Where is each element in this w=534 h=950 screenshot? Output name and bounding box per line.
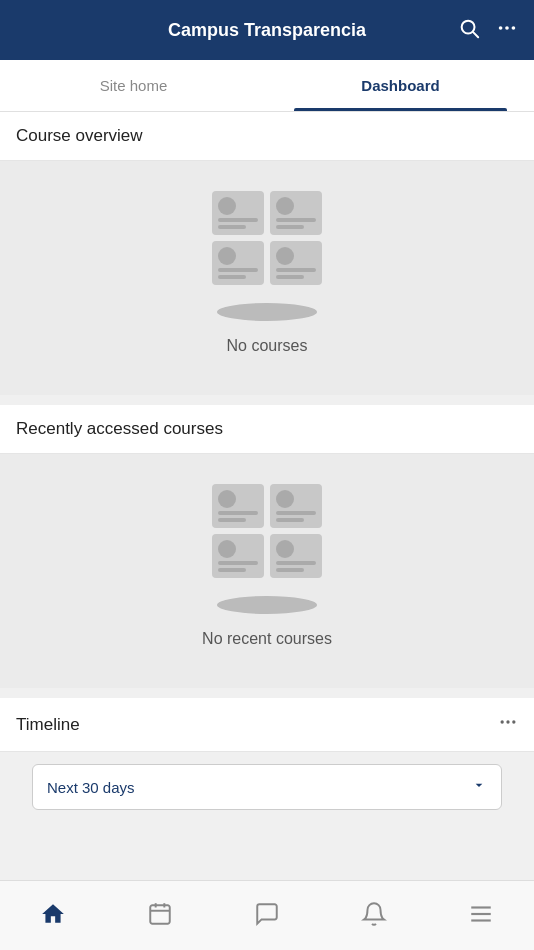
recent-course-illustration	[202, 484, 332, 614]
course-overview-empty: No courses	[0, 161, 534, 395]
mini-card-avatar	[276, 197, 294, 215]
menu-icon	[468, 901, 494, 931]
mini-card-avatar	[218, 540, 236, 558]
app-title: Campus Transparencia	[76, 20, 458, 41]
course-overview-header: Course overview	[0, 112, 534, 161]
mini-card	[212, 191, 264, 235]
mini-card	[270, 484, 322, 528]
mini-card	[270, 534, 322, 578]
recently-accessed-header: Recently accessed courses	[0, 405, 534, 454]
mini-card-avatar	[218, 197, 236, 215]
svg-point-2	[499, 26, 503, 30]
dropdown-arrow-icon	[471, 777, 487, 797]
course-illustration	[202, 191, 332, 321]
mini-card-avatar	[218, 247, 236, 265]
mini-card-line	[218, 511, 258, 515]
svg-rect-8	[150, 905, 170, 923]
search-icon[interactable]	[458, 17, 480, 44]
mini-card-avatar	[276, 490, 294, 508]
mini-card-line-short	[276, 275, 304, 279]
mini-card-line-short	[276, 568, 304, 572]
mini-card-avatar	[276, 540, 294, 558]
svg-line-1	[473, 32, 478, 37]
nav-item-calendar[interactable]	[147, 901, 173, 931]
more-options-icon[interactable]	[496, 17, 518, 44]
timeline-header: Timeline	[0, 698, 534, 752]
svg-point-3	[505, 26, 509, 30]
illustration-shadow	[217, 303, 317, 321]
mini-card-line-short	[218, 568, 246, 572]
bottom-navigation	[0, 880, 534, 950]
nav-item-messages[interactable]	[254, 901, 280, 931]
svg-point-7	[512, 720, 515, 723]
mini-card-line	[276, 268, 316, 272]
mini-card-line-short	[276, 518, 304, 522]
header-actions	[458, 17, 518, 44]
mini-card-line	[276, 218, 316, 222]
bell-icon	[361, 901, 387, 931]
svg-point-5	[501, 720, 504, 723]
mini-card-line-short	[218, 275, 246, 279]
nav-item-home[interactable]	[40, 901, 66, 931]
app-header: Campus Transparencia	[0, 0, 534, 60]
chat-icon	[254, 901, 280, 931]
tab-bar: Site home Dashboard	[0, 60, 534, 112]
calendar-icon	[147, 901, 173, 931]
svg-point-4	[512, 26, 516, 30]
mini-card-line	[276, 511, 316, 515]
tab-site-home[interactable]: Site home	[0, 60, 267, 111]
recently-accessed-empty-text: No recent courses	[202, 630, 332, 648]
mini-card-line-short	[276, 225, 304, 229]
course-overview-empty-text: No courses	[227, 337, 308, 355]
tab-dashboard[interactable]: Dashboard	[267, 60, 534, 111]
mini-card-avatar	[276, 247, 294, 265]
timeline-period-dropdown[interactable]: Next 30 days	[32, 764, 502, 810]
nav-item-menu[interactable]	[468, 901, 494, 931]
nav-item-notifications[interactable]	[361, 901, 387, 931]
mini-card-line	[276, 561, 316, 565]
timeline-section: Timeline Next 30 days	[0, 698, 534, 822]
svg-point-6	[506, 720, 509, 723]
illustration-shadow	[217, 596, 317, 614]
mini-card-line	[218, 561, 258, 565]
mini-card-line	[218, 268, 258, 272]
mini-card-line-short	[218, 225, 246, 229]
recently-accessed-empty: No recent courses	[0, 454, 534, 688]
mini-card	[270, 191, 322, 235]
mini-card	[212, 241, 264, 285]
mini-card	[212, 534, 264, 578]
mini-card-line	[218, 218, 258, 222]
mini-card	[270, 241, 322, 285]
mini-card-avatar	[218, 490, 236, 508]
mini-card-line-short	[218, 518, 246, 522]
timeline-period-label: Next 30 days	[47, 779, 135, 796]
mini-card	[212, 484, 264, 528]
timeline-more-icon[interactable]	[498, 712, 518, 737]
home-icon	[40, 901, 66, 931]
